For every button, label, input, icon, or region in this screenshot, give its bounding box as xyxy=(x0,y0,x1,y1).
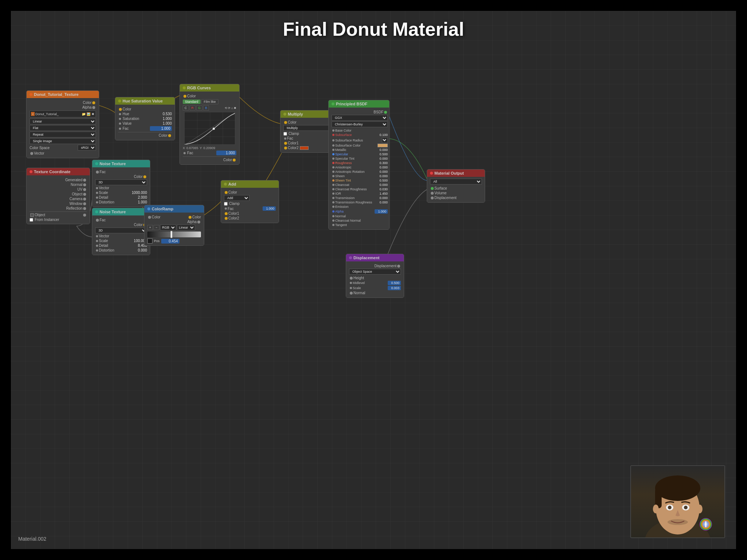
channel-c[interactable]: C xyxy=(183,105,189,110)
noise-texture-2-header: Noise Texture xyxy=(92,208,150,215)
material-output-node: Material Output All Surface Volume Displ… xyxy=(427,169,485,203)
page-title: Final Donut Material xyxy=(283,18,464,40)
hue-saturation-node: Hue Saturation Value Color Hue 0.530 Sat… xyxy=(115,97,175,140)
add-blend-mode[interactable]: Add xyxy=(224,195,249,201)
node-editor: Final Donut Material Texture Coordinate … xyxy=(11,11,736,549)
noise-texture-1-header: Noise Texture xyxy=(92,160,150,167)
rgb-curves-header: RGB Curves xyxy=(180,84,239,92)
bsdf-distribution[interactable]: GGX xyxy=(332,115,388,121)
gradient-bar xyxy=(147,232,201,237)
displacement-node: Displacement Displacement Object Space H… xyxy=(346,254,404,298)
add-node-header: Add xyxy=(221,180,279,188)
principled-bsdf-node: Principled BSDF BSDF GGX Christensen-Bur… xyxy=(328,100,390,230)
displacement-header: Displacement xyxy=(346,254,404,261)
noise-texture-1-node: Noise Texture Fac Color 3D Vector Scale … xyxy=(92,160,150,207)
color-ramp-node: ColorRamp Color Color Alpha + − RGB Line… xyxy=(144,205,204,246)
ramp-mode[interactable]: RGB xyxy=(160,225,176,230)
channel-g[interactable]: G xyxy=(196,105,202,110)
texture-coordinate-header: Texture Coordinate xyxy=(27,168,90,175)
stop-color-swatch xyxy=(147,238,152,244)
add-stop[interactable]: + xyxy=(147,225,153,230)
curve-display xyxy=(184,112,235,145)
channel-r[interactable]: R xyxy=(190,105,196,110)
svg-point-12 xyxy=(655,475,700,501)
svg-point-19 xyxy=(653,505,659,513)
material-output-target[interactable]: All xyxy=(430,179,482,184)
svg-point-8 xyxy=(213,128,215,130)
multiply-blend-mode[interactable]: Multiply xyxy=(283,125,335,131)
ramp-interpolation[interactable]: Linear xyxy=(177,225,195,230)
add-node: Add Color Add Clamp Fac 1.000 Colo xyxy=(221,180,279,223)
material-label: Material.002 xyxy=(18,536,46,542)
donut-texture-node: Donut_Tutorial_Texture Color Alpha v Don… xyxy=(26,90,99,158)
svg-point-16 xyxy=(668,506,671,509)
hue-saturation-header: Hue Saturation Value xyxy=(115,97,175,105)
remove-stop[interactable]: − xyxy=(154,225,159,230)
channel-b[interactable]: B xyxy=(203,105,209,110)
material-output-header: Material Output xyxy=(427,170,485,177)
bsdf-subsurface-method[interactable]: Christensen-Burley xyxy=(332,121,388,127)
svg-point-20 xyxy=(697,505,703,513)
displacement-space[interactable]: Object Space xyxy=(349,269,401,275)
texture-coordinate-node: Texture Coordinate Generated Normal UV O… xyxy=(26,168,90,224)
dimension-select-1[interactable]: 3D xyxy=(95,179,147,185)
noise-texture-2-node: Noise Texture Fac Color 3D Vector Scale … xyxy=(92,208,150,255)
dimension-select-2[interactable]: 3D xyxy=(95,228,147,233)
standard-tab[interactable]: Standard xyxy=(183,100,201,104)
svg-point-18 xyxy=(667,519,688,525)
curve-controls[interactable]: ⟲ ⟳ ⌂ ✖ xyxy=(225,106,237,110)
svg-point-17 xyxy=(684,506,688,509)
blender-logo xyxy=(699,518,712,532)
principled-bsdf-header: Principled BSDF xyxy=(329,100,389,108)
donut-texture-header: Donut_Tutorial_Texture xyxy=(27,91,99,98)
rgb-curves-node: RGB Curves Color Standard Film like C R … xyxy=(179,84,240,165)
color-ramp-header: ColorRamp xyxy=(144,205,204,213)
filmlike-tab[interactable]: Film like xyxy=(201,99,218,104)
